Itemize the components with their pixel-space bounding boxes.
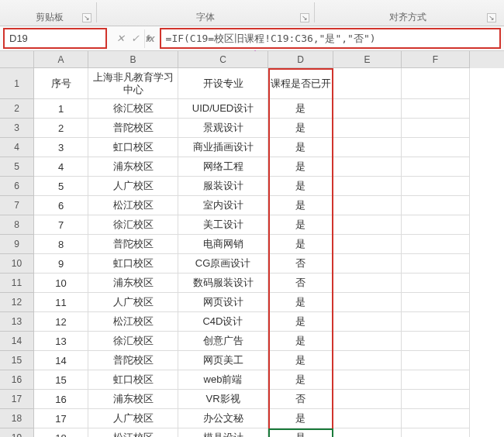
cell-seq[interactable]: 9: [34, 254, 88, 274]
cell-seq[interactable]: 13: [34, 332, 88, 351]
header-cell-opened[interactable]: 课程是否已开: [268, 68, 333, 99]
cell-campus[interactable]: 虹口校区: [88, 138, 178, 157]
cell-empty[interactable]: [333, 196, 402, 215]
enter-icon[interactable]: ✓: [131, 33, 140, 44]
cell-campus[interactable]: 普陀校区: [88, 235, 178, 254]
cell-opened[interactable]: 是: [268, 293, 333, 312]
row-header[interactable]: 9: [0, 235, 34, 254]
cell-major[interactable]: 数码服装设计: [178, 274, 268, 293]
cell-opened[interactable]: 是: [268, 428, 333, 437]
fx-icon[interactable]: fx: [146, 33, 155, 44]
cell-seq[interactable]: 8: [34, 235, 88, 254]
row-header[interactable]: 6: [0, 177, 34, 196]
cell-seq[interactable]: 4: [34, 157, 88, 177]
cell-campus[interactable]: 虹口校区: [88, 370, 178, 390]
row-header[interactable]: 14: [0, 332, 34, 351]
cell-empty[interactable]: [333, 370, 402, 390]
cell-empty[interactable]: [402, 293, 470, 312]
cell-empty[interactable]: [333, 177, 402, 196]
header-cell-seq[interactable]: 序号: [34, 68, 88, 99]
row-header[interactable]: 3: [0, 119, 34, 138]
cell-campus[interactable]: 徐汇校区: [88, 332, 178, 351]
cell-campus[interactable]: 徐汇校区: [88, 215, 178, 235]
cell-empty[interactable]: [402, 390, 470, 409]
cell-seq[interactable]: 18: [34, 428, 88, 437]
row-header[interactable]: 2: [0, 99, 34, 119]
cell-empty[interactable]: [402, 254, 470, 274]
cell-empty[interactable]: [333, 138, 402, 157]
cell-campus[interactable]: 松江校区: [88, 196, 178, 215]
row-header[interactable]: 8: [0, 215, 34, 235]
col-header-B[interactable]: B: [88, 51, 178, 68]
row-header[interactable]: 17: [0, 390, 34, 409]
cell-opened[interactable]: 否: [268, 254, 333, 274]
cell-opened[interactable]: 是: [268, 409, 333, 428]
cell-seq[interactable]: 3: [34, 138, 88, 157]
cell-seq[interactable]: 2: [34, 119, 88, 138]
row-header[interactable]: 7: [0, 196, 34, 215]
cell-empty[interactable]: [402, 138, 470, 157]
cell-opened[interactable]: 是: [268, 332, 333, 351]
cell-campus[interactable]: 人广校区: [88, 177, 178, 196]
cell-opened[interactable]: 是: [268, 215, 333, 235]
header-cell-center[interactable]: 上海非凡教育学习中心: [88, 68, 178, 99]
cell-empty[interactable]: [333, 409, 402, 428]
cell-opened[interactable]: 是: [268, 99, 333, 119]
cell-empty[interactable]: [402, 370, 470, 390]
cell-major[interactable]: 电商网销: [178, 235, 268, 254]
cell-major[interactable]: 室内设计: [178, 196, 268, 215]
cell-opened[interactable]: 否: [268, 390, 333, 409]
cell-major[interactable]: VR影视: [178, 390, 268, 409]
cell-empty[interactable]: [333, 312, 402, 332]
row-header[interactable]: 19: [0, 428, 34, 437]
row-header[interactable]: 5: [0, 157, 34, 177]
cell-campus[interactable]: 浦东校区: [88, 157, 178, 177]
cell-empty[interactable]: [333, 254, 402, 274]
cell-empty[interactable]: [333, 215, 402, 235]
cell-opened[interactable]: 是: [268, 177, 333, 196]
formula-input[interactable]: [161, 31, 499, 46]
row-header[interactable]: 13: [0, 312, 34, 332]
cell-major[interactable]: UID/UED设计: [178, 99, 268, 119]
cell-campus[interactable]: 普陀校区: [88, 351, 178, 370]
col-header-D[interactable]: D: [268, 51, 333, 68]
cell-empty[interactable]: [333, 99, 402, 119]
cell-major[interactable]: 商业插画设计: [178, 138, 268, 157]
cell-empty[interactable]: [402, 409, 470, 428]
cell-major[interactable]: 景观设计: [178, 119, 268, 138]
cell-campus[interactable]: 人广校区: [88, 409, 178, 428]
cell-seq[interactable]: 1: [34, 99, 88, 119]
cell-campus[interactable]: 人广校区: [88, 293, 178, 312]
row-header[interactable]: 15: [0, 351, 34, 370]
cell-major[interactable]: C4D设计: [178, 312, 268, 332]
cell-campus[interactable]: 普陀校区: [88, 119, 178, 138]
row-header[interactable]: 12: [0, 293, 34, 312]
font-launcher-icon[interactable]: ↘: [300, 13, 309, 22]
col-header-A[interactable]: A: [34, 51, 88, 68]
cell-major[interactable]: 模具设计: [178, 428, 268, 437]
cell-opened[interactable]: 是: [268, 312, 333, 332]
cell-opened[interactable]: 否: [268, 274, 333, 293]
cell-empty[interactable]: [333, 157, 402, 177]
cell-campus[interactable]: 浦东校区: [88, 390, 178, 409]
cell-empty[interactable]: [402, 119, 470, 138]
cell-seq[interactable]: 15: [34, 370, 88, 390]
cell-major[interactable]: 创意广告: [178, 332, 268, 351]
cell-empty[interactable]: [333, 274, 402, 293]
cell-major[interactable]: web前端: [178, 370, 268, 390]
header-cell-major[interactable]: 开设专业: [178, 68, 268, 99]
cell-empty[interactable]: [402, 312, 470, 332]
cell-empty[interactable]: [333, 390, 402, 409]
cell-empty[interactable]: [402, 351, 470, 370]
cell-major[interactable]: 网页设计: [178, 293, 268, 312]
cell-seq[interactable]: 11: [34, 293, 88, 312]
cell-empty[interactable]: [333, 119, 402, 138]
row-header[interactable]: 16: [0, 370, 34, 390]
cell-seq[interactable]: 12: [34, 312, 88, 332]
cell-opened[interactable]: 是: [268, 235, 333, 254]
cell-opened[interactable]: 是: [268, 196, 333, 215]
alignment-launcher-icon[interactable]: ↘: [487, 13, 496, 22]
header-cell-F[interactable]: [402, 68, 470, 99]
col-header-C[interactable]: C: [178, 51, 268, 68]
cancel-icon[interactable]: ✕: [116, 33, 125, 44]
